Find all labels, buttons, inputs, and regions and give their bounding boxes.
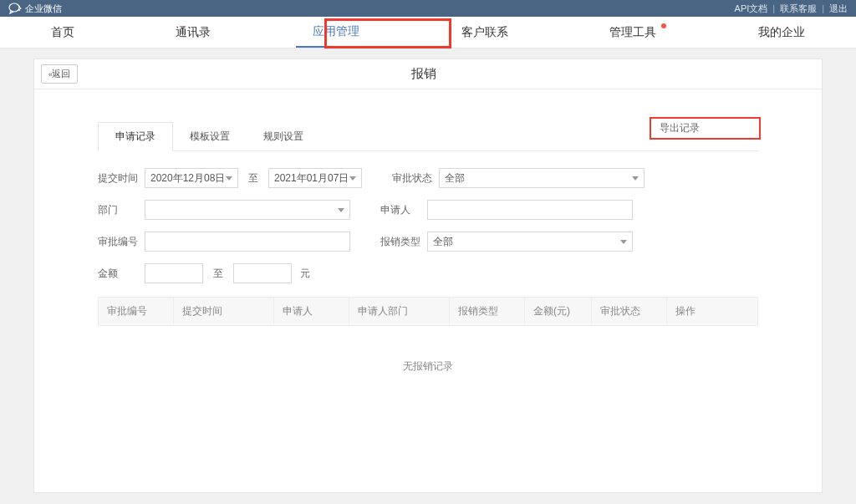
top-banner: 企业微信 API文档 | 联系客服 | 退出 <box>0 0 856 17</box>
separator: | <box>772 3 775 13</box>
date-to-select[interactable]: 2021年01月07日 <box>268 168 362 188</box>
tab-rule-settings[interactable]: 规则设置 <box>247 123 320 150</box>
approval-status-select[interactable]: 全部 <box>439 168 645 188</box>
api-docs-link[interactable]: API文档 <box>735 3 768 15</box>
page-header: « 返回 报销 <box>34 59 822 89</box>
records-table: 审批编号 提交时间 申请人 申请人部门 报销类型 金额(元) 审批状态 操作 无… <box>98 297 758 407</box>
label-applicant: 申请人 <box>380 203 427 217</box>
filter-form: 提交时间 2020年12月08日 至 2021年01月07日 审批状态 全部 部… <box>34 151 822 283</box>
chevron-down-icon <box>338 208 344 212</box>
export-records-link[interactable]: 导出记录 <box>660 121 700 135</box>
svg-point-0 <box>9 3 19 12</box>
th-approval-no: 审批编号 <box>99 298 174 325</box>
dept-select[interactable] <box>145 200 350 220</box>
th-expense-type: 报销类型 <box>450 298 525 325</box>
th-applicant: 申请人 <box>274 298 349 325</box>
brand: 企业微信 <box>8 3 62 15</box>
expense-type-value: 全部 <box>433 235 453 249</box>
highlight-box-export: 导出记录 <box>650 117 761 140</box>
th-amount: 金额(元) <box>525 298 592 325</box>
label-submit-time: 提交时间 <box>98 171 145 186</box>
page-card: « 返回 报销 申请记录 模板设置 规则设置 导出记录 提交时间 2020年12… <box>33 59 823 493</box>
chevron-down-icon <box>349 176 356 181</box>
wecom-logo-icon <box>8 3 22 14</box>
label-approval-status: 审批状态 <box>392 171 439 186</box>
date-from-select[interactable]: 2020年12月08日 <box>145 168 238 188</box>
nav-my-company[interactable]: 我的企业 <box>741 18 822 47</box>
nav-tools-label: 管理工具 <box>609 25 656 38</box>
approval-no-input[interactable] <box>145 232 350 252</box>
svg-point-3 <box>18 6 20 8</box>
label-approval-no: 审批编号 <box>98 235 145 249</box>
th-applicant-dept: 申请人部门 <box>349 298 450 325</box>
approval-status-value: 全部 <box>445 171 465 186</box>
empty-state: 无报销记录 <box>98 326 758 407</box>
label-amount-unit: 元 <box>300 267 310 281</box>
svg-point-2 <box>20 8 22 9</box>
page-title: 报销 <box>26 66 822 82</box>
expense-type-select[interactable]: 全部 <box>427 232 633 252</box>
th-submit-time: 提交时间 <box>174 298 274 325</box>
date-from-value: 2020年12月08日 <box>150 171 225 186</box>
amount-to-input[interactable] <box>233 263 292 283</box>
nav-contacts[interactable]: 通讯录 <box>159 18 227 47</box>
logout-link[interactable]: 退出 <box>829 3 848 15</box>
label-expense-type: 报销类型 <box>380 235 427 249</box>
table-header: 审批编号 提交时间 申请人 申请人部门 报销类型 金额(元) 审批状态 操作 <box>98 297 758 326</box>
label-dept: 部门 <box>98 203 145 217</box>
nav-home[interactable]: 首页 <box>34 18 91 47</box>
chevron-down-icon <box>620 240 627 244</box>
main-nav: 首页 通讯录 应用管理 客户联系 管理工具 我的企业 <box>0 17 856 48</box>
applicant-input[interactable] <box>427 200 633 220</box>
date-to-value: 2021年01月07日 <box>274 171 349 186</box>
separator: | <box>822 3 824 13</box>
contact-support-link[interactable]: 联系客服 <box>780 3 817 15</box>
label-to: 至 <box>248 171 258 186</box>
brand-text: 企业微信 <box>25 3 62 15</box>
notification-dot-icon <box>661 23 666 28</box>
amount-from-input[interactable] <box>145 263 203 283</box>
nav-tools[interactable]: 管理工具 <box>593 18 673 47</box>
chevron-down-icon <box>226 176 232 181</box>
label-amount-to: 至 <box>213 267 223 281</box>
banner-links: API文档 | 联系客服 | 退出 <box>735 3 848 15</box>
nav-apps[interactable]: 应用管理 <box>296 18 376 48</box>
sub-tabs: 申请记录 模板设置 规则设置 导出记录 <box>98 121 758 151</box>
tab-template-settings[interactable]: 模板设置 <box>173 123 247 150</box>
chevron-down-icon <box>632 176 639 181</box>
th-approval-status: 审批状态 <box>592 298 667 325</box>
label-amount: 金额 <box>98 267 145 281</box>
th-actions: 操作 <box>667 298 757 325</box>
svg-point-1 <box>18 9 20 11</box>
nav-customers[interactable]: 客户联系 <box>445 18 525 47</box>
tab-apply-records[interactable]: 申请记录 <box>98 122 173 151</box>
